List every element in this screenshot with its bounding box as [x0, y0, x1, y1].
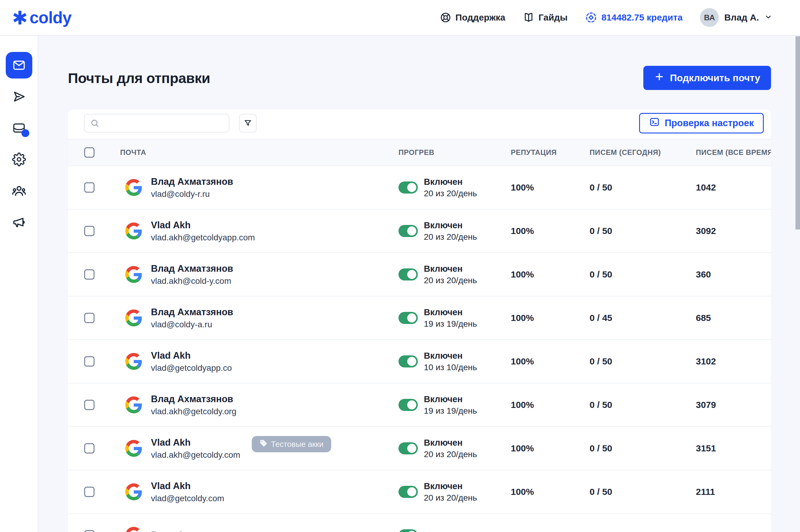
warmup-toggle[interactable] [399, 355, 418, 367]
terminal-icon [649, 117, 660, 130]
account-email: vlad.akh@cold-y.com [151, 276, 233, 286]
account-email: vlad.akh@getcoldy.org [151, 407, 236, 416]
sidebar-item-mailboxes[interactable] [6, 52, 32, 78]
table-body: Влад Ахматзянов vlad@coldy-r.ru Включен … [68, 166, 771, 532]
user-menu[interactable]: ВА Влад А. [700, 8, 772, 27]
toggle-knob [407, 270, 416, 279]
sent-alltime-value: 685 [696, 313, 711, 323]
row-checkbox[interactable] [84, 443, 95, 454]
logo-text: coldy [30, 8, 72, 27]
warmup-state: Включен [424, 221, 477, 230]
toggle-knob [407, 314, 416, 322]
warmup-rate: 20 из 20/день [424, 232, 477, 242]
megaphone-icon [12, 215, 26, 229]
table-row: Влад Ахматзянов vlad@coldy-a.ru Включен … [68, 297, 771, 340]
credits-label: 814482.75 кредита [602, 12, 683, 23]
sidebar-item-settings[interactable] [6, 146, 32, 173]
warmup-toggle[interactable] [399, 225, 418, 237]
warmup-rate: 19 из 19/день [424, 319, 477, 329]
guides-link[interactable]: Гайды [523, 12, 568, 23]
warmup-toggle[interactable] [399, 529, 418, 532]
tag-icon [260, 439, 267, 449]
warmup-toggle[interactable] [399, 268, 418, 281]
google-logo-icon [125, 223, 142, 240]
warmup-toggle[interactable] [399, 399, 418, 411]
row-checkbox[interactable] [84, 356, 95, 366]
reputation-value: 100% [511, 400, 534, 410]
account-tag[interactable]: Тестовые акки [252, 436, 331, 452]
check-settings-label: Проверка настроек [665, 118, 754, 129]
chevron-down-icon [764, 13, 772, 22]
notification-badge [21, 129, 29, 137]
sent-alltime-value: 2111 [696, 487, 715, 497]
sent-today-value: 0 / 50 [590, 400, 612, 410]
toggle-knob [407, 487, 416, 496]
table-wrapper: ПОЧТА ПРОГРЕВ РЕПУТАЦИЯ ПИСЕМ (СЕГОДНЯ) … [68, 139, 771, 532]
reputation-value: 100% [511, 443, 534, 454]
page-header-row: Почты для отправки Подключить почту [39, 66, 800, 90]
row-checkbox[interactable] [84, 313, 95, 323]
sidebar-item-campaigns[interactable] [6, 83, 32, 110]
warmup-toggle[interactable] [399, 182, 418, 193]
sent-alltime-value: 1042 [696, 182, 716, 193]
toggle-knob [407, 357, 416, 366]
lifebuoy-icon [440, 12, 451, 23]
sent-alltime-value: 360 [696, 269, 711, 280]
row-checkbox[interactable] [84, 487, 95, 497]
account-name: Vlad Akh [151, 350, 232, 361]
email-table: ПОЧТА ПРОГРЕВ РЕПУТАЦИЯ ПИСЕМ (СЕГОДНЯ) … [68, 139, 771, 532]
account-name: Влад Ахматзянов [151, 307, 233, 318]
credits-balance[interactable]: 814482.75 кредита [585, 12, 683, 23]
sent-alltime-value: 3092 [696, 226, 716, 236]
search-input[interactable] [84, 114, 229, 133]
sent-today-value: 0 / 50 [590, 226, 612, 236]
warmup-rate: 10 из 10/день [424, 363, 477, 372]
warmup-rate: 19 из 19/день [424, 406, 477, 416]
reputation-value: 100% [511, 269, 534, 280]
account-email: vlad.akh@getcoldy.com [151, 450, 240, 460]
users-icon [12, 184, 26, 198]
column-header-mail: ПОЧТА [120, 148, 146, 157]
window-scrollbar[interactable] [796, 36, 800, 229]
warmup-toggle[interactable] [399, 486, 418, 498]
search-icon [90, 118, 100, 129]
app-header: ✱ coldy Поддержка Гайды [0, 0, 800, 36]
sent-today-value: 0 / 50 [590, 182, 612, 193]
support-link[interactable]: Поддержка [440, 12, 506, 23]
guides-label: Гайды [538, 12, 568, 23]
sidebar-item-announcements[interactable] [6, 209, 32, 235]
user-name: Влад А. [724, 12, 759, 23]
select-all-checkbox[interactable] [84, 147, 95, 158]
table-row: Vlad Akh vlad@getcoldy.com Включен 20 из… [68, 470, 771, 514]
warmup-rate: 20 из 20/день [424, 189, 477, 198]
table-header-row: ПОЧТА ПРОГРЕВ РЕПУТАЦИЯ ПИСЕМ (СЕГОДНЯ) … [68, 139, 771, 166]
account-name: Влад Ахматзянов [151, 176, 233, 187]
sent-today-value: 0 / 50 [590, 443, 612, 454]
sent-today-value: 0 / 50 [590, 269, 612, 280]
warmup-state: Включен [424, 438, 477, 448]
warmup-toggle[interactable] [399, 312, 418, 324]
connect-mailbox-button[interactable]: Подключить почту [643, 66, 771, 90]
row-checkbox[interactable] [84, 182, 95, 193]
header-actions: Поддержка Гайды 814482.75 кредита ВА В [440, 8, 772, 27]
sidebar-item-team[interactable] [6, 177, 32, 204]
row-checkbox[interactable] [84, 530, 95, 532]
reputation-value: 100% [511, 356, 534, 366]
check-settings-button[interactable]: Проверка настроек [639, 113, 764, 133]
row-checkbox[interactable] [84, 269, 95, 280]
warmup-toggle[interactable] [399, 442, 418, 454]
coldy-logo[interactable]: ✱ coldy [12, 8, 72, 27]
account-email: vlad.akh@getcoldyapp.com [151, 233, 255, 243]
sent-today-value: 0 / 50 [590, 487, 612, 497]
sidebar-item-inbox[interactable] [6, 115, 32, 141]
account-name: Vlad Akh [151, 481, 224, 492]
table-row: Vlad Akh vlad@getcoldyapp.co Включен 10 … [68, 340, 771, 383]
row-checkbox[interactable] [84, 400, 95, 410]
row-checkbox[interactable] [84, 226, 95, 236]
toggle-knob [407, 444, 416, 453]
warmup-state: Включен [424, 307, 477, 317]
warmup-state: Включен [424, 351, 477, 361]
column-header-warmup: ПРОГРЕВ [399, 148, 434, 157]
filter-button[interactable] [239, 114, 256, 133]
search-box [84, 114, 229, 133]
